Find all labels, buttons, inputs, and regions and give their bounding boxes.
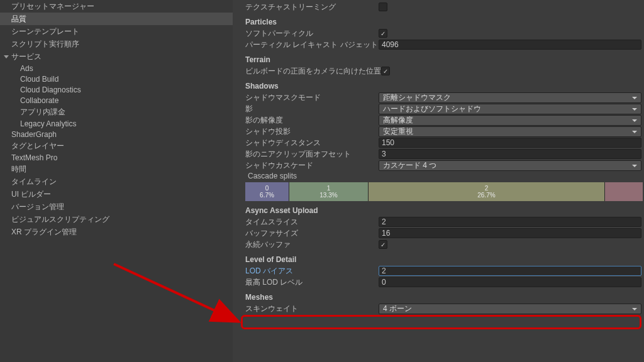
sidebar-item-tags-layers[interactable]: タグとレイヤー (0, 140, 233, 152)
sidebar-item-visual-scripting[interactable]: ビジュアルスクリプティング (0, 213, 233, 226)
label-skin-weights: スキンウェイト (233, 304, 379, 314)
checkbox-persistent-buffer[interactable]: ✓ (379, 240, 387, 249)
sidebar-item-script-execution-order[interactable]: スクリプト実行順序 (0, 38, 233, 50)
cascade-splits[interactable]: 0 6.7% 1 13.3% 2 26.7% (245, 182, 643, 201)
sidebar-item-quality[interactable]: 品質 (0, 13, 233, 25)
section-particles: Particles (233, 13, 644, 28)
label-buffersize: バッファサイズ (233, 228, 379, 239)
sidebar-item-legacy-analytics[interactable]: Legacy Analytics (0, 118, 233, 129)
cascade-seg-1[interactable]: 1 13.3% (289, 182, 369, 201)
row-shadow-dist: シャドウディスタンス 150 (233, 137, 644, 148)
row-max-lod: 最高 LOD レベル 0 (233, 277, 644, 288)
dropdown-skin-weights[interactable]: 4 ボーン (379, 304, 641, 314)
checkbox-texture-streaming[interactable] (379, 3, 387, 11)
checkbox-soft-particles[interactable]: ✓ (379, 29, 387, 38)
sidebar-item-ads[interactable]: Ads (0, 63, 233, 74)
chevron-down-icon (4, 55, 9, 58)
dropdown-shadowmask-mode[interactable]: 距離シャドウマスク (379, 92, 641, 103)
label-raycast-budget: パーティクル レイキャスト バジェット (233, 40, 379, 50)
label-shadowmask-mode: シャドウマスクモード (233, 92, 379, 103)
cascade-idx: 1 (327, 185, 331, 192)
row-shadow: 影 ハードおよびソフトシャドウ (233, 103, 644, 114)
cascade-seg-0[interactable]: 0 6.7% (245, 182, 289, 201)
input-max-lod[interactable]: 0 (379, 277, 641, 287)
cascade-pct: 6.7% (260, 192, 274, 199)
row-shadowmask-mode: シャドウマスクモード 距離シャドウマスク (233, 92, 644, 103)
sidebar-item-iap[interactable]: アプリ内課金 (0, 106, 233, 118)
sidebar-item-time[interactable]: 時間 (0, 163, 233, 175)
sidebar-fold-label: サービス (11, 52, 42, 62)
input-raycast-budget[interactable]: 4096 (379, 40, 641, 50)
annotation-highlight (241, 315, 641, 329)
row-raycast-budget: パーティクル レイキャスト バジェット 4096 (233, 39, 644, 50)
row-timeslice: タイムスライス 2 (233, 216, 644, 228)
row-billboard: ビルボードの正面をカメラに向けた位置 ✓ (233, 65, 644, 77)
input-shadow-dist[interactable]: 150 (379, 138, 641, 148)
input-lod-bias[interactable]: 2 (379, 266, 641, 276)
cascade-seg-2[interactable]: 2 26.7% (369, 182, 605, 201)
input-shadow-nearclip[interactable]: 3 (379, 149, 641, 159)
sidebar-item-ui-builder[interactable]: UI ビルダー (0, 188, 233, 200)
sidebar-item-timeline[interactable]: タイムライン (0, 175, 233, 188)
label-shadow-nearclip: 影のニアクリップ面オフセット (233, 149, 379, 160)
row-buffersize: バッファサイズ 16 (233, 228, 644, 239)
label-billboard: ビルボードの正面をカメラに向けた位置 (233, 66, 381, 77)
row-lod-bias: LOD バイアス 2 (233, 265, 644, 277)
dropdown-shadow-proj[interactable]: 安定重視 (379, 126, 641, 137)
input-timeslice[interactable]: 2 (379, 217, 641, 227)
label-shadow-proj: シャドウ投影 (233, 126, 379, 137)
sidebar-item-cloud-diagnostics[interactable]: Cloud Diagnostics (0, 84, 233, 95)
row-texture-streaming: テクスチャストリーミング (233, 1, 644, 13)
label-timeslice: タイムスライス (233, 217, 379, 228)
cascade-seg-3[interactable] (605, 182, 643, 201)
sidebar: プリセットマネージャー 品質 シーンテンプレート スクリプト実行順序 サービス … (0, 0, 233, 362)
label-lod-bias: LOD バイアス (233, 266, 379, 277)
sidebar-item-scene-template[interactable]: シーンテンプレート (0, 25, 233, 38)
section-terrain: Terrain (233, 50, 644, 65)
sidebar-item-cloud-build[interactable]: Cloud Build (0, 74, 233, 84)
section-shadows: Shadows (233, 77, 644, 92)
cascade-pct: 26.7% (477, 192, 495, 199)
label-soft-particles: ソフトパーティクル (233, 28, 379, 39)
sidebar-item-preset-manager[interactable]: プリセットマネージャー (0, 0, 233, 13)
row-shadow-proj: シャドウ投影 安定重視 (233, 126, 644, 137)
row-shadow-cascade: シャドウカスケード カスケード 4 つ (233, 160, 644, 171)
label-cascade-splits: Cascade splits (233, 171, 644, 181)
section-async-upload: Async Asset Upload (233, 201, 644, 216)
sidebar-item-textmesh-pro[interactable]: TextMesh Pro (0, 152, 233, 163)
sidebar-item-collaborate[interactable]: Collaborate (0, 95, 233, 106)
row-shadow-nearclip: 影のニアクリップ面オフセット 3 (233, 148, 644, 160)
sidebar-fold-services[interactable]: サービス (0, 50, 233, 63)
sidebar-item-shadergraph[interactable]: ShaderGraph (0, 129, 233, 140)
input-buffersize[interactable]: 16 (379, 228, 641, 238)
cascade-idx: 2 (485, 185, 489, 192)
sidebar-item-xr-plugin[interactable]: XR プラグイン管理 (0, 226, 233, 238)
row-skin-weights: スキンウェイト 4 ボーン (233, 303, 644, 314)
label-texture-streaming: テクスチャストリーミング (233, 2, 379, 13)
label-max-lod: 最高 LOD レベル (233, 277, 379, 288)
dropdown-shadow-res[interactable]: 高解像度 (379, 115, 641, 126)
root: プリセットマネージャー 品質 シーンテンプレート スクリプト実行順序 サービス … (0, 0, 644, 362)
label-persistent-buffer: 永続バッファ (233, 239, 379, 250)
row-soft-particles: ソフトパーティクル ✓ (233, 28, 644, 39)
label-shadow-res: 影の解像度 (233, 115, 379, 126)
label-shadow: 影 (233, 104, 379, 114)
section-lod: Level of Detail (233, 250, 644, 265)
label-shadow-dist: シャドウディスタンス (233, 138, 379, 148)
row-persistent-buffer: 永続バッファ ✓ (233, 239, 644, 250)
sidebar-item-version-control[interactable]: バージョン管理 (0, 200, 233, 213)
dropdown-shadow[interactable]: ハードおよびソフトシャドウ (379, 104, 641, 114)
label-shadow-cascade: シャドウカスケード (233, 160, 379, 171)
main-panel: テクスチャストリーミング Particles ソフトパーティクル ✓ パーティク… (233, 0, 644, 362)
section-meshes: Meshes (233, 288, 644, 303)
checkbox-billboard[interactable]: ✓ (381, 67, 390, 75)
row-shadow-res: 影の解像度 高解像度 (233, 114, 644, 126)
cascade-idx: 0 (265, 185, 269, 192)
cascade-pct: 13.3% (319, 192, 337, 199)
dropdown-shadow-cascade[interactable]: カスケード 4 つ (379, 160, 641, 171)
